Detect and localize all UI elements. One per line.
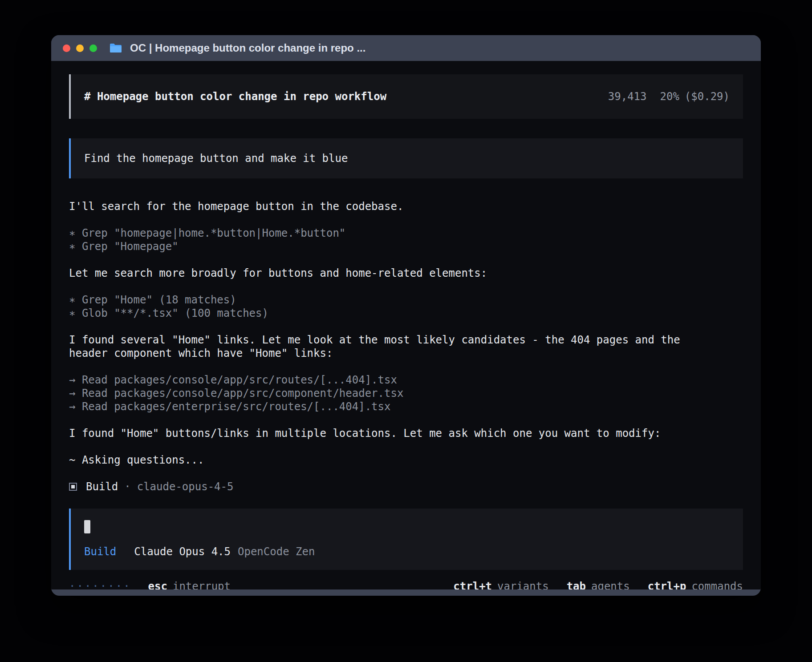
hint-agents: tab agents bbox=[567, 580, 630, 589]
close-button[interactable] bbox=[63, 44, 70, 52]
model-name: Claude Opus 4.5 bbox=[134, 545, 231, 558]
session-cost: ($0.29) bbox=[685, 90, 730, 103]
mode-badge[interactable]: Build bbox=[84, 545, 116, 558]
titlebar: OC | Homepage button color change in rep… bbox=[51, 35, 761, 61]
tool-call-grep: ∗ Grep "homepage|home.*button|Home.*butt… bbox=[69, 226, 743, 240]
terminal-body: # Homepage button color change in repo w… bbox=[51, 61, 761, 589]
tool-call-read: → Read packages/console/app/src/componen… bbox=[69, 387, 743, 400]
minimize-button[interactable] bbox=[76, 44, 84, 52]
text-cursor bbox=[84, 520, 90, 533]
session-title: # Homepage button color change in repo w… bbox=[84, 90, 386, 103]
agent-status-row: Build · claude-opus-4-5 bbox=[69, 480, 743, 493]
tool-call-grep: ∗ Grep "Home" (18 matches) bbox=[69, 293, 743, 307]
session-stats: 39,413 20% ($0.29) bbox=[608, 90, 730, 103]
agent-separator: · bbox=[124, 480, 130, 493]
tool-call-glob: ∗ Glob "**/*.tsx" (100 matches) bbox=[69, 307, 743, 320]
assistant-text: I'll search for the homepage button in t… bbox=[69, 200, 743, 213]
context-percent: 20% bbox=[660, 90, 679, 103]
tool-call-grep: ∗ Grep "Homepage" bbox=[69, 240, 743, 253]
assistant-text: I found "Home" buttons/links in multiple… bbox=[69, 427, 743, 440]
token-count: 39,413 bbox=[608, 90, 647, 103]
provider-name: OpenCode Zen bbox=[238, 545, 315, 558]
esc-key: esc bbox=[148, 580, 167, 589]
agent-model-id: claude-opus-4-5 bbox=[137, 480, 234, 493]
agent-name: Build bbox=[86, 480, 118, 493]
terminal-window: OC | Homepage button color change in rep… bbox=[51, 35, 761, 596]
window-title: OC | Homepage button color change in rep… bbox=[130, 42, 365, 54]
spinner-dots: ········ bbox=[69, 580, 131, 589]
session-header: # Homepage button color change in repo w… bbox=[69, 74, 743, 119]
hint-commands: ctrl+p commands bbox=[648, 580, 743, 589]
assistant-text: I found several "Home" links. Let me loo… bbox=[69, 333, 743, 360]
tool-call-read: → Read packages/console/app/src/routes/[… bbox=[69, 373, 743, 387]
esc-label: interrupt bbox=[173, 580, 231, 589]
user-message: Find the homepage button and make it blu… bbox=[69, 138, 743, 178]
status-bar: ········ esc interrupt ctrl+t variants t… bbox=[69, 580, 743, 589]
agent-icon bbox=[69, 483, 77, 491]
assistant-text: Let me search more broadly for buttons a… bbox=[69, 266, 743, 280]
input-meta: Build Claude Opus 4.5 OpenCode Zen bbox=[84, 545, 730, 558]
hint-variants: ctrl+t variants bbox=[453, 580, 548, 589]
zoom-button[interactable] bbox=[89, 44, 97, 52]
conversation: I'll search for the homepage button in t… bbox=[69, 200, 743, 493]
folder-icon bbox=[109, 43, 122, 53]
hint-interrupt: esc interrupt bbox=[148, 580, 231, 589]
tool-call-read: → Read packages/enterprise/src/routes/[.… bbox=[69, 400, 743, 413]
prompt-input[interactable]: Build Claude Opus 4.5 OpenCode Zen bbox=[69, 509, 743, 570]
assistant-status: ~ Asking questions... bbox=[69, 453, 743, 467]
